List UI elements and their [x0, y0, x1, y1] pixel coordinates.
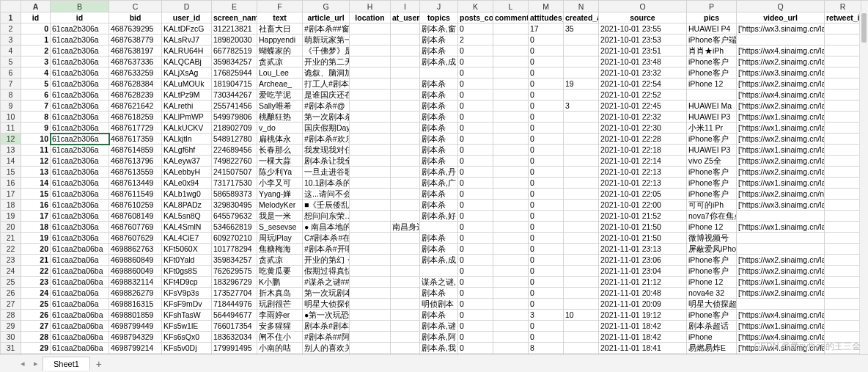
cell[interactable]: 第一次剧本杀,真的牛逼了,还得了个中国	[303, 112, 350, 123]
row-header[interactable]: 4	[1, 45, 21, 56]
cell[interactable]: 剧本杀,谜	[420, 321, 458, 332]
row-header[interactable]: 28	[1, 310, 21, 321]
row-header[interactable]: 5	[1, 56, 21, 68]
cell[interactable]: 焦糖梅海	[257, 244, 303, 255]
cell[interactable]: 剧本杀	[420, 79, 458, 90]
cell[interactable]: 20	[21, 244, 51, 255]
cell[interactable]	[350, 79, 391, 90]
cell[interactable]: ['https://wx1.sinaimg.cn/la	[737, 123, 825, 134]
add-sheet-icon[interactable]: +	[90, 358, 108, 370]
cell[interactable]	[493, 45, 529, 56]
row-header[interactable]: 21	[1, 233, 21, 244]
cell[interactable]: nova4e 32	[687, 288, 737, 299]
cell[interactable]: 2021-10-01 22:30	[599, 123, 687, 134]
cell[interactable]: ['https://wx4.sinaimg.cn/la	[737, 45, 825, 56]
cell[interactable]	[825, 123, 861, 134]
cell[interactable]: 61caa2b306a	[51, 200, 109, 211]
header-cell[interactable]: text	[257, 12, 303, 23]
cell[interactable]: 0	[458, 68, 493, 79]
cell[interactable]: 17	[529, 23, 564, 34]
cell[interactable]: KAL8PADz	[162, 200, 212, 211]
cell[interactable]	[493, 134, 529, 145]
cell[interactable]: 61caa2ba06ba	[51, 277, 109, 288]
cell[interactable]: 61caa2b306a	[51, 178, 109, 189]
cell[interactable]: 0	[529, 211, 564, 222]
cell[interactable]: 12	[21, 156, 51, 167]
cell[interactable]: 5	[21, 79, 51, 90]
cell[interactable]: K小鹏	[257, 277, 303, 288]
cell[interactable]: 22	[21, 266, 51, 277]
cell[interactable]	[564, 156, 599, 167]
cell[interactable]: 萌新玩家第一次剧本杀厉[小鸡 5小时. 游戏	[303, 34, 350, 45]
cell[interactable]	[825, 34, 861, 45]
cell[interactable]	[564, 112, 599, 123]
cell[interactable]: 4698826279	[109, 288, 162, 299]
cell[interactable]: iPhone 12	[687, 277, 737, 288]
sheet-tab-active[interactable]: Sheet1	[43, 357, 90, 371]
cell[interactable]: 剧本杀	[420, 189, 458, 200]
cell[interactable]: 0	[458, 156, 493, 167]
header-cell[interactable]: id	[21, 12, 51, 23]
cell[interactable]	[391, 23, 420, 34]
cell[interactable]: 0	[458, 332, 493, 343]
cell[interactable]	[391, 112, 420, 123]
cell[interactable]: 社畜大日	[257, 23, 303, 34]
cell[interactable]: 312213821	[212, 23, 257, 34]
cell[interactable]	[350, 56, 391, 68]
cell[interactable]: 534662819	[212, 222, 257, 233]
cell[interactable]: 可可的iPh	[687, 200, 737, 211]
cell[interactable]: 谋杀之谜,	[420, 277, 458, 288]
cell[interactable]: 23	[21, 277, 51, 288]
cell[interactable]: 189820030	[212, 34, 257, 45]
cell[interactable]: 61caa2b306a	[51, 156, 109, 167]
cell[interactable]: ['https://wx1.sinaimg.cn/la	[737, 222, 825, 233]
cell[interactable]	[564, 56, 599, 68]
cell[interactable]: 0	[458, 255, 493, 266]
cell[interactable]: iPhone客户	[687, 310, 737, 321]
cell[interactable]: Happyendi	[257, 34, 303, 45]
header-cell[interactable]: id	[51, 12, 109, 23]
cell[interactable]: 开业的第二天天才在2成都，CU事件调查局	[303, 56, 350, 68]
cell[interactable]: 28	[21, 332, 51, 343]
cell[interactable]: 安多猩猩	[257, 321, 303, 332]
cell[interactable]	[825, 277, 861, 288]
cell[interactable]: 2021-10-01 23:32	[599, 68, 687, 79]
cell[interactable]: 明星大侦探你的心星！长沙，芒果tv	[303, 299, 350, 310]
col-header-M[interactable]: M	[529, 1, 564, 12]
cell[interactable]: 667782519	[212, 45, 257, 56]
cell[interactable]	[825, 23, 861, 34]
cell[interactable]	[350, 255, 391, 266]
cell[interactable]: KALRU64H	[162, 45, 212, 56]
col-header-D[interactable]: D	[162, 1, 212, 12]
cell[interactable]: KALkUCKV	[162, 123, 212, 134]
cell[interactable]: 易燃易炸E	[687, 343, 737, 354]
cell[interactable]: ['https://wx1.sinaimg.cn/la	[737, 178, 825, 189]
row-header[interactable]: 2	[1, 23, 21, 34]
cell[interactable]: 4698801859	[109, 310, 162, 321]
cell[interactable]: 4698799449	[109, 321, 162, 332]
cell[interactable]: 0	[458, 145, 493, 156]
cell[interactable]	[350, 299, 391, 310]
cell[interactable]: 0	[529, 277, 564, 288]
cell[interactable]	[564, 189, 599, 200]
cell[interactable]: 我发现我对任何事情都没有兴趣，都是因	[303, 145, 350, 156]
cell[interactable]: 0	[458, 288, 493, 299]
cell[interactable]: 0	[529, 167, 564, 178]
cell[interactable]: KALkjtln	[162, 134, 212, 145]
cell[interactable]	[825, 343, 861, 354]
cell[interactable]: 《千佛梦》是近期打的最好的立意本，真的	[303, 45, 350, 56]
cell[interactable]: 4687613796	[109, 156, 162, 167]
cell[interactable]: 4698860849	[109, 255, 162, 266]
cell[interactable]	[391, 266, 420, 277]
row-header[interactable]: 14	[1, 156, 21, 167]
cell[interactable]	[350, 244, 391, 255]
cell[interactable]: ['https://wx3.sinaimg.cn/la	[737, 68, 825, 79]
cell[interactable]: 2021-11-01 20:09	[599, 299, 687, 310]
cell[interactable]: 8	[21, 112, 51, 123]
cell[interactable]: 0	[529, 45, 564, 56]
cell[interactable]: 2	[21, 45, 51, 56]
cell[interactable]: iPhone客户	[687, 189, 737, 200]
row-header[interactable]: 10	[1, 112, 21, 123]
cell[interactable]: 4687608149	[109, 211, 162, 222]
cell[interactable]	[564, 211, 599, 222]
